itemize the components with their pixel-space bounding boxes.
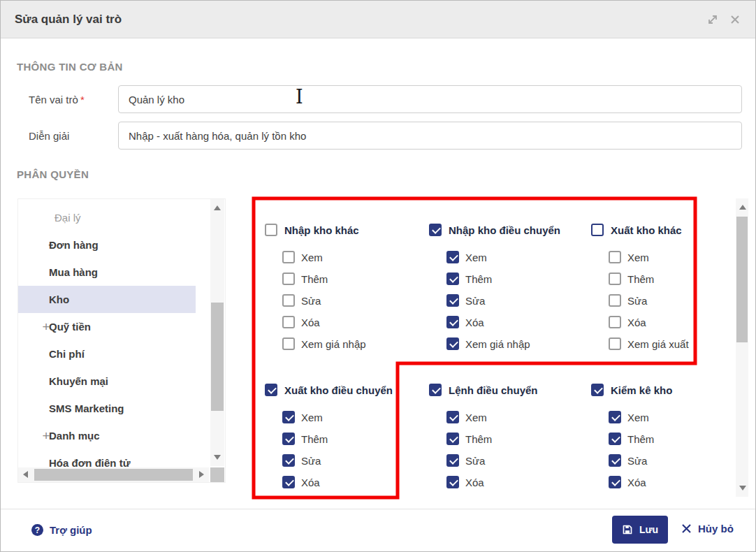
permission-item[interactable]: Sửa xyxy=(446,294,590,307)
permission-group-header[interactable]: Nhập kho điều chuyển xyxy=(429,224,590,236)
permission-item[interactable]: Xem giá xuất xyxy=(609,337,752,350)
permission-item[interactable]: Sửa xyxy=(282,294,426,307)
module-item[interactable]: Đơn hàng xyxy=(18,231,196,259)
permission-item[interactable]: Xem xyxy=(446,411,590,423)
permission-item[interactable]: Xem xyxy=(282,251,426,263)
permission-checkbox[interactable] xyxy=(609,433,621,445)
permission-checkbox[interactable] xyxy=(282,294,295,307)
permission-checkbox[interactable] xyxy=(282,316,295,328)
permission-item[interactable]: Xóa xyxy=(282,476,426,488)
help-link[interactable]: ? Trợ giúp xyxy=(31,524,92,536)
permission-item[interactable]: Sửa xyxy=(446,454,590,467)
group-checkbox[interactable] xyxy=(429,224,442,236)
permission-checkbox[interactable] xyxy=(282,433,295,445)
permission-item[interactable]: Xem xyxy=(609,251,752,263)
permission-item[interactable]: Xóa xyxy=(609,316,752,328)
permissions-vertical-scrollbar[interactable] xyxy=(736,198,748,497)
expand-icon[interactable] xyxy=(706,13,719,26)
group-checkbox[interactable] xyxy=(265,224,277,236)
scroll-right-arrow-icon[interactable] xyxy=(199,471,204,478)
permission-checkbox[interactable] xyxy=(446,294,459,307)
cancel-button[interactable]: Hủy bỏ xyxy=(681,523,734,535)
permission-group-header[interactable]: Xuất kho khác xyxy=(591,224,752,236)
permission-checkbox[interactable] xyxy=(446,251,459,263)
permission-checkbox[interactable] xyxy=(609,316,621,328)
module-item[interactable]: Khuyến mại xyxy=(18,368,196,395)
module-item[interactable]: + Danh mục xyxy=(18,422,196,449)
permission-item[interactable]: Thêm xyxy=(609,273,752,285)
permission-checkbox[interactable] xyxy=(282,337,295,350)
permission-checkbox[interactable] xyxy=(609,454,621,467)
permission-checkbox[interactable] xyxy=(609,411,621,423)
module-item[interactable]: + Quỹ tiền xyxy=(18,313,196,340)
required-asterisk: * xyxy=(80,94,85,106)
permission-item[interactable]: Xem xyxy=(446,251,590,263)
scroll-up-arrow-icon[interactable] xyxy=(214,205,221,210)
permission-item[interactable]: Thêm xyxy=(282,273,426,285)
permission-checkbox[interactable] xyxy=(609,273,621,285)
permission-checkbox[interactable] xyxy=(282,273,295,285)
vertical-scrollbar-thumb[interactable] xyxy=(211,303,224,411)
module-vertical-scrollbar[interactable] xyxy=(210,199,224,466)
permission-checkbox[interactable] xyxy=(446,273,459,285)
close-icon[interactable] xyxy=(729,13,741,26)
permission-checkbox[interactable] xyxy=(609,294,621,307)
permission-checkbox[interactable] xyxy=(446,433,459,445)
module-horizontal-scrollbar[interactable] xyxy=(18,467,209,482)
horizontal-scrollbar-thumb[interactable] xyxy=(34,469,193,481)
permission-item[interactable]: Sửa xyxy=(282,454,426,467)
description-input[interactable] xyxy=(118,122,742,150)
module-item[interactable]: Mua hàng xyxy=(18,259,196,286)
save-button[interactable]: Lưu xyxy=(612,516,668,544)
permission-item[interactable]: Xóa xyxy=(282,316,426,328)
scroll-up-arrow-icon[interactable] xyxy=(739,205,746,210)
module-item[interactable]: SMS Marketing xyxy=(18,395,196,422)
permission-group-header[interactable]: Kiểm kê kho xyxy=(591,384,752,396)
module-item[interactable]: Kho xyxy=(18,286,196,313)
scroll-down-arrow-icon[interactable] xyxy=(739,486,746,491)
permission-item[interactable]: Xóa xyxy=(446,316,590,328)
permission-group-header[interactable]: Lệnh điều chuyển xyxy=(429,384,590,396)
permission-item[interactable]: Xem giá nhập xyxy=(282,337,426,350)
expand-plus-icon[interactable]: + xyxy=(39,428,53,444)
permission-checkbox[interactable] xyxy=(446,454,459,467)
scroll-left-arrow-icon[interactable] xyxy=(23,471,28,478)
expand-plus-icon[interactable]: + xyxy=(39,319,53,335)
permission-item[interactable]: Thêm xyxy=(446,433,590,445)
permission-item[interactable]: Xem giá nhập xyxy=(446,337,590,350)
module-item[interactable]: Đại lý xyxy=(18,204,196,231)
permission-checkbox[interactable] xyxy=(446,476,459,488)
permission-item[interactable]: Xóa xyxy=(609,476,752,488)
permission-item[interactable]: Xem xyxy=(282,411,426,423)
permission-item[interactable]: Thêm xyxy=(282,433,426,445)
permission-checkbox[interactable] xyxy=(446,411,459,423)
permission-item[interactable]: Sửa xyxy=(609,294,752,307)
permission-item[interactable]: Xóa xyxy=(446,476,590,488)
permission-group-header[interactable]: Nhập kho khác xyxy=(265,224,426,236)
permission-group-label: Xuất kho khác xyxy=(611,224,682,236)
group-checkbox[interactable] xyxy=(591,384,604,396)
module-item-label: Kho xyxy=(49,293,69,305)
permission-checkbox[interactable] xyxy=(609,476,621,488)
permission-checkbox[interactable] xyxy=(282,454,295,467)
permission-item[interactable]: Thêm xyxy=(446,273,590,285)
permission-checkbox[interactable] xyxy=(446,337,459,350)
permission-checkbox[interactable] xyxy=(609,337,621,350)
permission-checkbox[interactable] xyxy=(282,251,295,263)
permission-item[interactable]: Thêm xyxy=(609,433,752,445)
permission-checkbox[interactable] xyxy=(282,411,295,423)
permission-item[interactable]: Sửa xyxy=(609,454,752,467)
permission-checkbox[interactable] xyxy=(609,251,621,263)
scroll-down-arrow-icon[interactable] xyxy=(214,455,221,460)
group-checkbox[interactable] xyxy=(591,224,604,236)
permission-group-header[interactable]: Xuất kho điều chuyển xyxy=(265,384,426,396)
group-checkbox[interactable] xyxy=(429,384,442,396)
role-name-input[interactable] xyxy=(118,85,742,113)
group-checkbox[interactable] xyxy=(265,384,277,396)
module-item[interactable]: Chi phí xyxy=(18,340,196,368)
permission-item[interactable]: Xem xyxy=(609,411,752,423)
permission-checkbox[interactable] xyxy=(446,316,459,328)
permission-item-label: Xóa xyxy=(301,317,320,328)
vertical-scrollbar-thumb[interactable] xyxy=(736,217,748,342)
permission-checkbox[interactable] xyxy=(282,476,295,488)
